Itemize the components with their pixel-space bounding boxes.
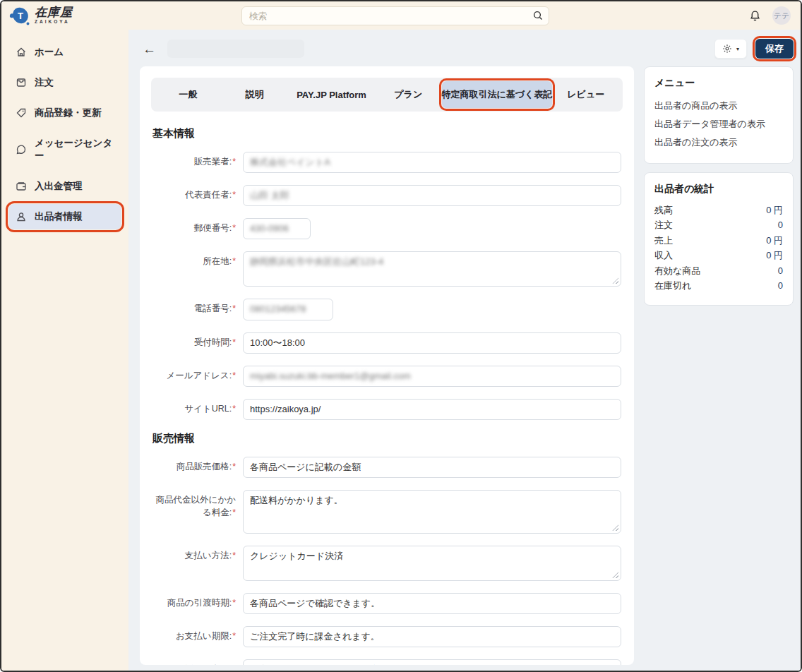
- section-title-0: 基本情報: [152, 127, 623, 140]
- field-input-s0-5[interactable]: 10:00〜18:00: [243, 332, 621, 354]
- user-avatar[interactable]: テテ: [772, 6, 791, 25]
- notifications-bell-icon[interactable]: [749, 10, 761, 22]
- person-icon: [16, 211, 27, 222]
- orders-icon: [16, 77, 27, 88]
- app-window: T 在庫屋 ZAIKOYA テテ ホーム注文商: [0, 0, 802, 672]
- required-asterisk: *: [232, 157, 236, 167]
- tab-0[interactable]: 一般: [155, 81, 222, 108]
- stat-label: 売上: [654, 233, 673, 248]
- field-input-s1-0[interactable]: 各商品ページに記載の金額: [243, 457, 621, 478]
- form-row: サイトURL:*https://zaikoya.jp/: [151, 399, 623, 420]
- right-panel: メニュー 出品者の商品の表示出品者データ管理者の表示出品者の注文の表示 出品者の…: [644, 66, 794, 665]
- form-row: 商品の引渡時期:*各商品ページで確認できます。: [151, 593, 623, 614]
- field-value-redacted: 430-0906: [250, 223, 289, 234]
- tab-5[interactable]: レビュー: [552, 81, 619, 108]
- stat-value[interactable]: 0: [778, 278, 783, 293]
- stats-card-title: 出品者の統計: [654, 183, 783, 196]
- settings-dropdown-button[interactable]: ▾: [714, 39, 747, 59]
- brand-logo[interactable]: T 在庫屋 ZAIKOYA: [11, 6, 73, 25]
- field-input-s1-1[interactable]: 配送料がかかります。: [243, 490, 621, 534]
- sidebar-nav: ホーム注文商品登録・更新メッセージセンター入出金管理出品者情報: [1, 30, 128, 671]
- sidebar-item-label: 出品者情報: [35, 210, 83, 223]
- field-input-s0-0[interactable]: 株式会社ペイントA: [243, 152, 621, 173]
- form-row: お支払い期限:*ご注文完了時に課金されます。: [151, 626, 623, 647]
- stat-value[interactable]: 0 円: [766, 203, 783, 217]
- required-asterisk: *: [232, 337, 236, 347]
- menu-card: メニュー 出品者の商品の表示出品者データ管理者の表示出品者の注文の表示: [644, 66, 794, 164]
- field-input-s0-3[interactable]: 静岡県浜松市中央区佐山町123-4: [243, 251, 621, 287]
- stat-value[interactable]: 0: [778, 217, 783, 232]
- sidebar-item-label: 商品登録・更新: [35, 107, 102, 119]
- sidebar-item-4[interactable]: 入出金管理: [8, 174, 121, 199]
- stat-label: 残高: [654, 203, 673, 217]
- field-input-s1-5[interactable]: お客様のご都合による返品・交換は原則として承っておりません。 初期不良や配送中に…: [243, 659, 621, 665]
- form-row: 電話番号:*08012345678: [151, 299, 623, 320]
- sidebar-item-3[interactable]: メッセージセンター: [8, 131, 121, 169]
- field-label: 郵便番号:*: [151, 218, 236, 234]
- tag-icon: [16, 107, 27, 119]
- stat-label: 有効な商品: [654, 263, 700, 278]
- required-asterisk: *: [232, 256, 236, 266]
- field-input-s1-4[interactable]: ご注文完了時に課金されます。: [243, 626, 621, 647]
- stat-value[interactable]: 0 円: [766, 248, 783, 263]
- required-asterisk: *: [232, 190, 236, 200]
- sidebar-item-label: 注文: [35, 76, 54, 89]
- tab-1[interactable]: 説明: [222, 81, 289, 108]
- required-asterisk: *: [232, 664, 236, 665]
- sidebar-item-label: メッセージセンター: [35, 137, 114, 162]
- field-value: 各商品ページに記載の金額: [250, 462, 361, 472]
- field-input-s0-4[interactable]: 08012345678: [243, 299, 333, 320]
- form-row: 商品販売価格:*各商品ページに記載の金額: [151, 457, 623, 478]
- form-row: 所在地:*静岡県浜松市中央区佐山町123-4: [151, 251, 623, 287]
- required-asterisk: *: [232, 404, 236, 414]
- save-button[interactable]: 保存: [755, 39, 794, 59]
- stat-row: 売上0 円: [654, 233, 783, 248]
- form-row: 販売業者:*株式会社ペイントA: [151, 152, 623, 173]
- field-value: https://zaikoya.jp/: [250, 404, 321, 414]
- required-asterisk: *: [232, 551, 236, 560]
- field-label: メールアドレス:*: [151, 366, 236, 382]
- field-label: 販売業者:*: [151, 152, 236, 168]
- stats-card: 出品者の統計 残高0 円注文0売上0 円収入0 円有効な商品0在庫切れ0: [644, 172, 794, 306]
- required-asterisk: *: [232, 508, 236, 517]
- field-label: 代表責任者:*: [151, 185, 236, 201]
- field-input-s1-3[interactable]: 各商品ページで確認できます。: [243, 593, 621, 614]
- search-input[interactable]: [241, 6, 549, 25]
- field-label: 商品販売価格:*: [151, 457, 236, 473]
- menu-link-0[interactable]: 出品者の商品の表示: [654, 97, 783, 115]
- field-input-s1-2[interactable]: クレジットカード決済: [243, 546, 621, 581]
- back-arrow-icon[interactable]: ←: [140, 41, 159, 57]
- section-title-1: 販売情報: [152, 432, 623, 445]
- sidebar-item-5[interactable]: 出品者情報: [8, 204, 121, 229]
- field-value-redacted: 山田 太郎: [250, 190, 289, 200]
- sidebar-item-0[interactable]: ホーム: [8, 40, 121, 65]
- menu-card-title: メニュー: [654, 77, 783, 90]
- required-asterisk: *: [232, 371, 236, 380]
- field-label: 商品の引渡時期:*: [151, 593, 236, 609]
- form-row: 支払い方法:*クレジットカード決済: [151, 546, 623, 581]
- menu-link-1[interactable]: 出品者データ管理者の表示: [654, 115, 783, 133]
- field-label: お支払い期限:*: [151, 626, 236, 642]
- stat-value[interactable]: 0 円: [766, 233, 783, 248]
- field-input-s0-6[interactable]: miyabi.suzuki.bb-member1@gmail.com: [243, 366, 621, 387]
- brand-subtitle: ZAIKOYA: [35, 20, 73, 25]
- form-row: 商品代金以外にかかる料金:*配送料がかかります。: [151, 490, 623, 534]
- sidebar-item-2[interactable]: 商品登録・更新: [8, 100, 121, 126]
- field-input-s0-7[interactable]: https://zaikoya.jp/: [243, 399, 621, 420]
- field-value-redacted: 08012345678: [250, 304, 306, 314]
- sidebar-item-1[interactable]: 注文: [8, 70, 121, 95]
- tab-2[interactable]: PAY.JP Platform: [288, 83, 375, 107]
- field-value: 各商品ページで確認できます。: [250, 598, 380, 608]
- field-input-s0-2[interactable]: 430-0906: [243, 218, 311, 239]
- required-asterisk: *: [232, 631, 236, 641]
- tab-4[interactable]: 特定商取引法に基づく表記: [442, 81, 553, 108]
- chat-icon: [16, 144, 27, 155]
- stat-row: 残高0 円: [654, 203, 783, 217]
- field-label: 受付時間:*: [151, 332, 236, 349]
- required-asterisk: *: [232, 462, 236, 472]
- field-input-s0-1[interactable]: 山田 太郎: [243, 185, 621, 206]
- tab-3[interactable]: プラン: [375, 81, 442, 108]
- stat-value[interactable]: 0: [778, 263, 783, 278]
- menu-link-2[interactable]: 出品者の注文の表示: [654, 133, 783, 152]
- global-search: [241, 6, 549, 25]
